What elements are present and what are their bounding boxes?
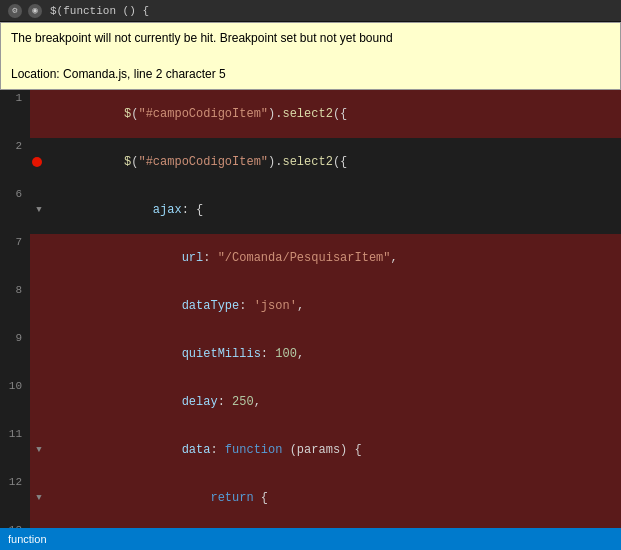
code-line-7: 7 url: "/Comanda/PesquisarItem", [0, 234, 621, 282]
gutter-9 [30, 330, 48, 378]
line-content-9: quietMillis: 100, [48, 330, 621, 378]
gutter-11[interactable]: ▼ [30, 426, 48, 474]
code-area: 1 $("#campoCodigoItem").select2({ 2 $("#… [0, 90, 621, 550]
breakpoint-dot[interactable] [32, 157, 42, 167]
tooltip-line1: The breakpoint will not currently be hit… [11, 29, 610, 47]
code-line-9: 9 quietMillis: 100, [0, 330, 621, 378]
line-num-9: 9 [0, 330, 30, 378]
line-content-1: $("#campoCodigoItem").select2({ [48, 90, 621, 138]
gutter-6[interactable]: ▼ [30, 186, 48, 234]
tooltip-line2 [11, 47, 610, 65]
line-content-2: $("#campoCodigoItem").select2({ [48, 138, 621, 186]
top-bar: ⚙ ◉ $(function () { [0, 0, 621, 22]
code-line-10: 10 delay: 250, [0, 378, 621, 426]
line-num-7: 7 [0, 234, 30, 282]
code-line-11: 11 ▼ data: function (params) { [0, 426, 621, 474]
status-function-label: function [8, 533, 47, 545]
gutter-7 [30, 234, 48, 282]
code-line-8: 8 dataType: 'json', [0, 282, 621, 330]
top-bar-icons: ⚙ ◉ [8, 4, 42, 18]
settings-icon[interactable]: ⚙ [8, 4, 22, 18]
line-content-6: ajax: { [48, 186, 621, 234]
code-line-6: 6 ▼ ajax: { [0, 186, 621, 234]
line-num-11: 11 [0, 426, 30, 474]
top-bar-title: $(function () { [50, 5, 149, 17]
code-line-1: 1 $("#campoCodigoItem").select2({ [0, 90, 621, 138]
gutter-10 [30, 378, 48, 426]
code-line-12: 12 ▼ return { [0, 474, 621, 522]
gutter-12[interactable]: ▼ [30, 474, 48, 522]
line-content-11: data: function (params) { [48, 426, 621, 474]
line-num-10: 10 [0, 378, 30, 426]
line-num-2: 2 [0, 138, 30, 186]
gutter-2[interactable] [30, 138, 48, 186]
breakpoint-tooltip: The breakpoint will not currently be hit… [0, 22, 621, 90]
line-content-7: url: "/Comanda/PesquisarItem", [48, 234, 621, 282]
status-bar: function [0, 528, 621, 550]
code-line-2: 2 $("#campoCodigoItem").select2({ [0, 138, 621, 186]
line-num-8: 8 [0, 282, 30, 330]
tooltip-line3: Location: Comanda.js, line 2 character 5 [11, 65, 610, 83]
line-content-12: return { [48, 474, 621, 522]
line-content-8: dataType: 'json', [48, 282, 621, 330]
debug-icon[interactable]: ◉ [28, 4, 42, 18]
line-num-6: 6 [0, 186, 30, 234]
line-num-1: 1 [0, 90, 30, 138]
line-content-10: delay: 250, [48, 378, 621, 426]
gutter-8 [30, 282, 48, 330]
line-num-12: 12 [0, 474, 30, 522]
gutter-1 [30, 90, 48, 138]
